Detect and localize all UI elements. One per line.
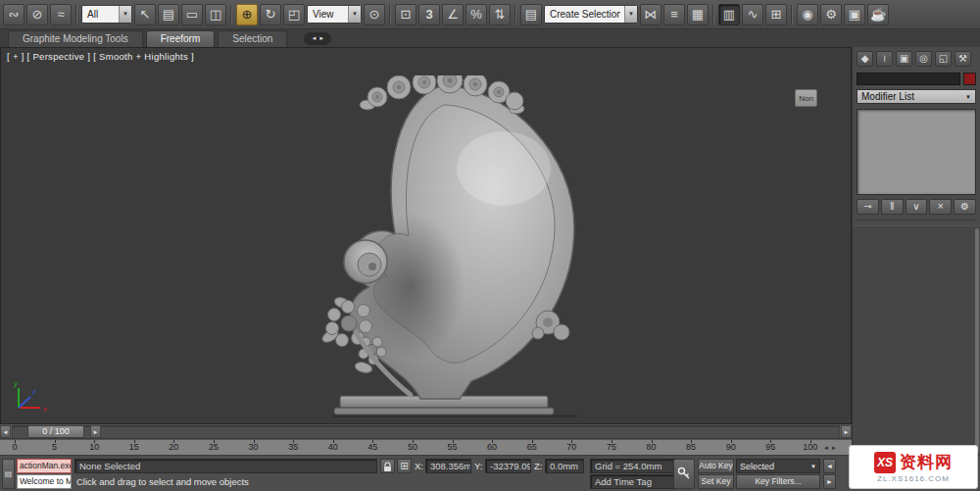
select-and-manipulate-icon[interactable]: ⊙ <box>364 4 385 25</box>
remove-modifier-icon[interactable]: × <box>929 199 952 215</box>
axis-tripod: x y z <box>9 378 50 417</box>
maxscript-listener-line1[interactable]: actionMan.exec <box>17 459 72 473</box>
object-color-swatch[interactable] <box>963 73 976 85</box>
viewport-overlay-button[interactable]: Non <box>795 89 817 107</box>
spinner-snap-toggle-icon[interactable]: ⇅ <box>489 4 511 25</box>
maxscript-listener-icon[interactable]: ▤ <box>2 459 15 489</box>
viewport-label[interactable]: [ + ] [ Perspective ] [ Smooth + Highlig… <box>7 51 194 62</box>
ruler-tick: 30 <box>243 442 265 455</box>
graphite-ribbon-toggle-icon[interactable]: ▥ <box>718 4 740 25</box>
track-bar[interactable]: 0 5 10 15 20 25 30 35 40 45 50 55 60 65 … <box>0 439 852 455</box>
material-editor-icon[interactable]: ◉ <box>797 4 818 25</box>
utilities-tab-icon[interactable]: ⚒ <box>955 51 971 67</box>
next-frame-button[interactable]: ► <box>823 474 836 489</box>
selection-filter-dropdown[interactable]: All ▼ <box>81 5 132 24</box>
angle-snap-toggle-icon[interactable]: ∠ <box>442 4 464 25</box>
next-frame-arrow[interactable]: ► <box>90 425 101 438</box>
select-object-icon[interactable]: ↖ <box>134 4 156 25</box>
align-icon[interactable]: ≡ <box>663 4 685 25</box>
x-coordinate-field[interactable]: 308.356mm <box>425 459 471 473</box>
toolbar-separator <box>712 5 714 25</box>
chevron-down-icon: ▼ <box>348 6 361 23</box>
time-slider-handle[interactable]: 0 / 100 <box>27 425 84 438</box>
time-slider-bar: ◄ 0 / 100 ► ► <box>0 424 852 439</box>
ribbon-minimize-button[interactable]: ◄ ► <box>304 32 331 45</box>
create-tab-icon[interactable]: ◆ <box>857 51 873 67</box>
pin-stack-icon[interactable]: ⊸ <box>857 199 879 215</box>
ruler-tick: 60 <box>481 442 503 455</box>
select-and-link-icon[interactable]: ∾ <box>3 4 24 25</box>
svg-text:y: y <box>13 379 19 388</box>
set-keys-button[interactable] <box>673 459 695 489</box>
ruler-tick: 0 <box>4 442 25 455</box>
toolbar-separator <box>75 5 77 25</box>
timeline-right-arrow[interactable]: ► <box>841 425 852 438</box>
ruler-tick: 5 <box>44 442 66 455</box>
set-key-button[interactable]: Set Key <box>698 474 734 489</box>
selection-lock-toggle[interactable] <box>380 459 395 473</box>
select-by-name-icon[interactable]: ▤ <box>158 4 179 25</box>
motion-tab-icon[interactable]: ◎ <box>915 51 932 67</box>
tab-graphite-modeling-tools[interactable]: Graphite Modeling Tools <box>8 30 143 47</box>
object-name-field[interactable] <box>857 73 960 85</box>
edit-named-selection-sets-icon[interactable]: ▤ <box>520 4 542 25</box>
rectangular-selection-region-icon[interactable]: ▭ <box>181 4 203 25</box>
select-and-rotate-icon[interactable]: ↻ <box>260 4 281 25</box>
mirror-model[interactable] <box>313 75 592 420</box>
render-setup-icon[interactable]: ⚙ <box>820 4 842 25</box>
modify-tab-icon[interactable]: ≀ <box>876 51 893 67</box>
select-and-move-icon[interactable]: ⊕ <box>236 4 258 25</box>
ruler-left-icon[interactable]: ◄ <box>823 445 829 451</box>
show-end-result-icon[interactable]: ‖ <box>881 199 904 215</box>
absolute-mode-toggle-icon[interactable]: ⊞ <box>397 459 412 473</box>
display-tab-icon[interactable]: ◱ <box>935 51 952 67</box>
add-time-tag-button[interactable]: Add Time Tag <box>590 474 686 489</box>
mirror-icon[interactable]: ⋈ <box>640 4 662 25</box>
lock-icon <box>383 462 392 472</box>
tab-freeform[interactable]: Freeform <box>146 30 216 47</box>
bind-to-space-warp-icon[interactable]: ≈ <box>50 4 72 25</box>
select-and-scale-icon[interactable]: ◰ <box>283 4 305 25</box>
key-filters-button[interactable]: Key Filters... <box>736 474 820 489</box>
viewport-canvas[interactable]: [ + ] [ Perspective ] [ Smooth + Highlig… <box>0 47 852 424</box>
ruler-tick: 95 <box>760 442 781 455</box>
configure-modifier-sets-icon[interactable]: ⚙ <box>954 199 976 215</box>
named-selection-dropdown[interactable]: Create Selection Se ▼ <box>544 5 638 24</box>
schematic-view-icon[interactable]: ⊞ <box>765 4 787 25</box>
auto-key-button[interactable]: Auto Key <box>698 459 734 473</box>
selection-status: None Selected <box>74 459 377 473</box>
z-coordinate-field[interactable]: 0.0mm <box>545 459 584 473</box>
snap-toggle-3d-icon[interactable]: 3 <box>418 4 440 25</box>
svg-text:x: x <box>42 405 48 414</box>
ruler-tick: 20 <box>163 442 184 455</box>
toolbar-separator <box>230 5 232 25</box>
unlink-selection-icon[interactable]: ⊘ <box>26 4 48 25</box>
ruler-scroll-arrows[interactable]: ◄ ► <box>821 440 852 455</box>
y-coordinate-field[interactable]: -32379.09 <box>485 459 531 473</box>
ruler-right-icon[interactable]: ► <box>831 445 837 451</box>
maxscript-listener-line2[interactable]: Welcome to MAX <box>17 474 72 489</box>
panel-scrollbar[interactable] <box>975 228 979 453</box>
modifier-list-dropdown[interactable]: Modifier List ▼ <box>857 89 976 104</box>
x-label: X: <box>415 461 423 471</box>
ruler-tick: 45 <box>362 442 383 455</box>
hierarchy-tab-icon[interactable]: ▣ <box>896 51 912 67</box>
window-crossing-toggle-icon[interactable]: ◫ <box>205 4 226 25</box>
ruler-tick: 75 <box>601 442 622 455</box>
chevron-down-icon: ▼ <box>624 6 637 23</box>
time-slider-track[interactable]: 0 / 100 ► <box>12 425 840 438</box>
timeline-left-arrow[interactable]: ◄ <box>0 425 11 438</box>
previous-frame-button[interactable]: ◄ <box>823 459 836 473</box>
modifier-stack-list[interactable] <box>857 109 976 195</box>
reference-coordinate-dropdown[interactable]: View ▼ <box>307 5 362 24</box>
make-unique-icon[interactable]: ∨ <box>906 199 928 215</box>
key-mode-dropdown[interactable]: Selected ▼ <box>736 459 820 473</box>
layer-manager-icon[interactable]: ▦ <box>687 4 709 25</box>
grid-size-display: Grid = 254.0mm <box>590 459 686 473</box>
tab-selection[interactable]: Selection <box>218 30 287 47</box>
curve-editor-icon[interactable]: ∿ <box>742 4 763 25</box>
rendered-frame-window-icon[interactable]: ▣ <box>844 4 865 25</box>
render-production-icon[interactable]: ☕ <box>867 4 889 25</box>
keyboard-override-toggle-icon[interactable]: ⊡ <box>395 4 416 25</box>
percent-snap-toggle-icon[interactable]: % <box>466 4 487 25</box>
